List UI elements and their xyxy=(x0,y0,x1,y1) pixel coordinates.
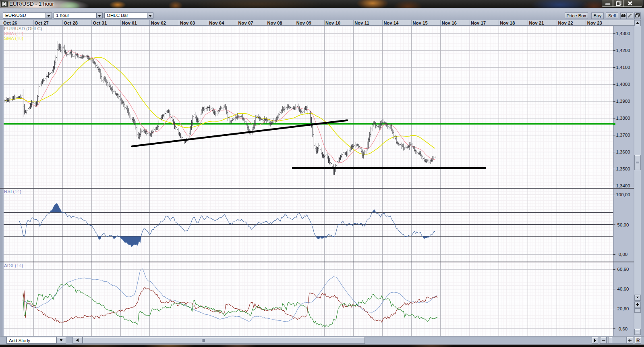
svg-text:1,3900: 1,3900 xyxy=(616,99,630,104)
svg-text:Nov 14: Nov 14 xyxy=(383,21,399,25)
svg-text:Oct 26: Oct 26 xyxy=(3,21,17,25)
svg-text:20,60: 20,60 xyxy=(617,306,629,311)
svg-text:1,3800: 1,3800 xyxy=(616,116,630,121)
svg-text:100,00: 100,00 xyxy=(616,192,630,197)
svg-text:Nov 23: Nov 23 xyxy=(587,21,602,25)
svg-text:R: R xyxy=(636,338,640,343)
svg-text:Nov 10: Nov 10 xyxy=(325,21,340,25)
svg-text:1,4100: 1,4100 xyxy=(616,65,630,70)
svg-text:1,4000: 1,4000 xyxy=(616,82,630,87)
svg-text:1,3400: 1,3400 xyxy=(616,183,630,188)
svg-text:EUR/USD (OHLC): EUR/USD (OHLC) xyxy=(4,26,42,31)
svg-text:Oct 27: Oct 27 xyxy=(35,21,49,25)
svg-text:1,3700: 1,3700 xyxy=(616,133,630,137)
svg-text:1,3600: 1,3600 xyxy=(616,150,630,154)
svg-text:Nov 11: Nov 11 xyxy=(354,21,369,25)
svg-text:1,4200: 1,4200 xyxy=(616,48,630,53)
svg-text:Nov 16: Nov 16 xyxy=(442,21,457,25)
svg-text:Nov 08: Nov 08 xyxy=(267,21,282,25)
svg-text:SMA (12): SMA (12) xyxy=(4,31,23,36)
svg-text:60,60: 60,60 xyxy=(617,267,629,272)
svg-text:50,00: 50,00 xyxy=(617,222,629,227)
svg-text:RSI (14): RSI (14) xyxy=(4,189,21,194)
svg-text:Add Study: Add Study xyxy=(9,338,30,343)
svg-text:1,4300: 1,4300 xyxy=(616,31,630,36)
svg-text:Oct 28: Oct 28 xyxy=(64,21,78,25)
svg-text:Nov 01: Nov 01 xyxy=(122,21,137,25)
svg-text:Nov 07: Nov 07 xyxy=(238,21,253,25)
svg-text:0,60: 0,60 xyxy=(619,326,627,331)
svg-text:Nov 04: Nov 04 xyxy=(209,21,224,25)
svg-text:Nov 09: Nov 09 xyxy=(296,21,311,25)
svg-text:0,00: 0,00 xyxy=(619,252,627,257)
svg-text:Nov 18: Nov 18 xyxy=(500,21,515,25)
svg-text:40,60: 40,60 xyxy=(617,287,629,291)
svg-text:Nov 02: Nov 02 xyxy=(151,21,166,25)
svg-text:Nov 03: Nov 03 xyxy=(180,21,195,25)
svg-text:1,3500: 1,3500 xyxy=(616,166,630,171)
svg-text:SMA (40): SMA (40) xyxy=(4,36,23,41)
svg-text:Nov 15: Nov 15 xyxy=(413,21,428,25)
svg-text:ADX (14): ADX (14) xyxy=(4,263,23,268)
svg-text:Nov 22: Nov 22 xyxy=(558,21,573,25)
svg-text:Nov 21: Nov 21 xyxy=(529,21,544,25)
svg-text:Oct 31: Oct 31 xyxy=(93,21,107,25)
svg-text:Nov 17: Nov 17 xyxy=(471,21,486,25)
